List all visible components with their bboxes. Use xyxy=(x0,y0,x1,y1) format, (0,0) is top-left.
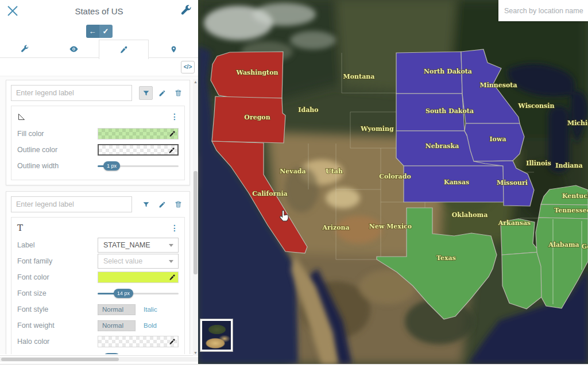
slider-thumb[interactable]: 1 px xyxy=(103,353,120,354)
back-arrow-icon: ← xyxy=(89,27,96,36)
state-label: Washington xyxy=(236,69,278,76)
field-label: Font size xyxy=(17,289,98,297)
scroll-up-arrow[interactable]: ▲ xyxy=(193,79,198,85)
legend-label-input[interactable] xyxy=(11,85,132,101)
polygon-icon xyxy=(17,113,26,121)
tab-general[interactable] xyxy=(0,41,49,57)
halo-width-slider[interactable]: 1 px xyxy=(98,353,179,354)
scrollbar-thumb[interactable] xyxy=(1,358,119,361)
bottom-whitespace xyxy=(0,364,588,376)
legend-label-input[interactable] xyxy=(11,196,132,212)
font-color-swatch[interactable] xyxy=(98,272,179,283)
field-label: Outline color xyxy=(17,146,98,154)
style-panel: States of US ← ✓ xyxy=(0,0,198,364)
vertical-scrollbar[interactable]: ▲ ▼ xyxy=(193,79,198,356)
font-family-select[interactable]: Select value xyxy=(98,254,179,269)
kebab-menu-icon[interactable]: ⋮ xyxy=(171,113,179,121)
pencil-icon xyxy=(158,201,166,208)
field-label: Halo color xyxy=(17,338,98,346)
state-label: New Mexico xyxy=(369,223,412,230)
eyedropper-icon xyxy=(168,274,176,281)
search-input[interactable] xyxy=(504,7,585,15)
tab-style[interactable] xyxy=(99,40,149,59)
state-label: Texas xyxy=(436,254,456,262)
tab-feature-info[interactable] xyxy=(149,41,198,57)
outline-color-swatch[interactable] xyxy=(98,144,179,156)
state-label: Montana xyxy=(343,73,375,80)
map-viewport[interactable]: WashingtonOregonCaliforniaIdahoMontanaWy… xyxy=(198,0,588,364)
pencil-icon xyxy=(158,90,166,97)
confirm-button[interactable]: ✓ xyxy=(99,25,113,38)
font-size-slider[interactable]: 14 px xyxy=(98,289,179,298)
eye-icon xyxy=(69,44,79,54)
label-attribute-select[interactable]: STATE_NAME xyxy=(98,238,179,253)
state-label: Nebraska xyxy=(425,142,459,150)
scrollbar-thumb[interactable] xyxy=(194,171,198,274)
state-label: California xyxy=(252,190,287,197)
select-placeholder: Select value xyxy=(103,257,142,265)
edit-button[interactable] xyxy=(155,197,169,211)
back-button[interactable]: ← xyxy=(86,25,99,38)
state-label: Wyoming xyxy=(360,125,394,133)
edit-button[interactable] xyxy=(155,86,169,100)
scroll-down-arrow[interactable]: ▼ xyxy=(193,350,198,356)
font-style-normal-toggle[interactable]: Normal xyxy=(98,304,136,315)
eyedropper-icon xyxy=(168,130,176,138)
chevron-down-icon xyxy=(169,260,173,263)
filter-button[interactable] xyxy=(139,197,153,211)
halo-color-swatch[interactable] xyxy=(98,336,179,347)
trash-icon xyxy=(175,200,182,208)
state-label: Utah xyxy=(326,168,343,175)
font-style-italic-option[interactable]: Italic xyxy=(144,306,157,313)
state-label: Alabama xyxy=(548,241,579,249)
slider-thumb[interactable]: 1 px xyxy=(103,161,120,170)
state-label: Idaho xyxy=(298,106,318,114)
state-label: Missouri xyxy=(497,179,528,187)
horizontal-scrollbar[interactable] xyxy=(0,357,198,362)
field-label: Font weight xyxy=(17,321,98,330)
filter-icon xyxy=(142,201,150,208)
state-label: South Dakota xyxy=(425,107,474,115)
wrench-icon xyxy=(20,45,29,54)
font-weight-normal-toggle[interactable]: Normal xyxy=(98,320,136,331)
rules-scroll-area[interactable]: ⋮ Fill color Outline color xyxy=(0,76,198,354)
cursor-pointer-icon xyxy=(278,210,291,223)
overview-inset-map[interactable] xyxy=(200,319,233,351)
fill-color-swatch[interactable] xyxy=(98,128,179,139)
check-icon: ✓ xyxy=(103,27,109,36)
font-weight-bold-option[interactable]: Bold xyxy=(144,322,157,329)
state-label: Nevada xyxy=(280,168,305,175)
field-label: Halo width xyxy=(17,354,98,354)
text-symbolizer: T ⋮ Label STATE_NAME Font family Select … xyxy=(11,217,185,354)
chevron-down-icon xyxy=(169,244,173,247)
tab-display[interactable] xyxy=(49,41,99,57)
style-rule-polygon: ⋮ Fill color Outline color xyxy=(6,80,190,185)
state-label: Wisconsin xyxy=(518,102,555,110)
state-label: Indiana xyxy=(555,162,582,169)
eyedropper-icon xyxy=(119,45,128,55)
filter-button[interactable] xyxy=(139,86,153,100)
close-icon[interactable] xyxy=(6,4,20,18)
select-value: STATE_NAME xyxy=(103,241,150,249)
mapstore-visual-style-editor: States of US ← ✓ xyxy=(0,0,588,376)
delete-button[interactable] xyxy=(171,86,185,100)
wrench-icon[interactable] xyxy=(180,5,192,17)
slider-thumb[interactable]: 14 px xyxy=(114,289,133,298)
marker-icon xyxy=(170,45,177,54)
delete-button[interactable] xyxy=(171,197,185,211)
state-label: Oklahoma xyxy=(452,211,488,219)
filter-icon xyxy=(142,90,150,97)
eyedropper-icon xyxy=(168,338,176,346)
field-label: Font style xyxy=(17,305,98,313)
state-label: Minnesota xyxy=(479,82,517,89)
location-search[interactable] xyxy=(498,0,588,21)
map-canvas[interactable]: WashingtonOregonCaliforniaIdahoMontanaWy… xyxy=(198,0,588,364)
state-label: Georgia xyxy=(582,243,588,250)
state-label: Michigan xyxy=(567,119,588,127)
kebab-menu-icon[interactable]: ⋮ xyxy=(171,224,179,232)
state-label: Arizona xyxy=(322,224,349,231)
state-label: Kentucky xyxy=(562,192,588,200)
style-toolbar: </> xyxy=(0,58,198,76)
code-editor-button[interactable]: </> xyxy=(181,61,195,73)
outline-width-slider[interactable]: 1 px xyxy=(98,161,179,170)
